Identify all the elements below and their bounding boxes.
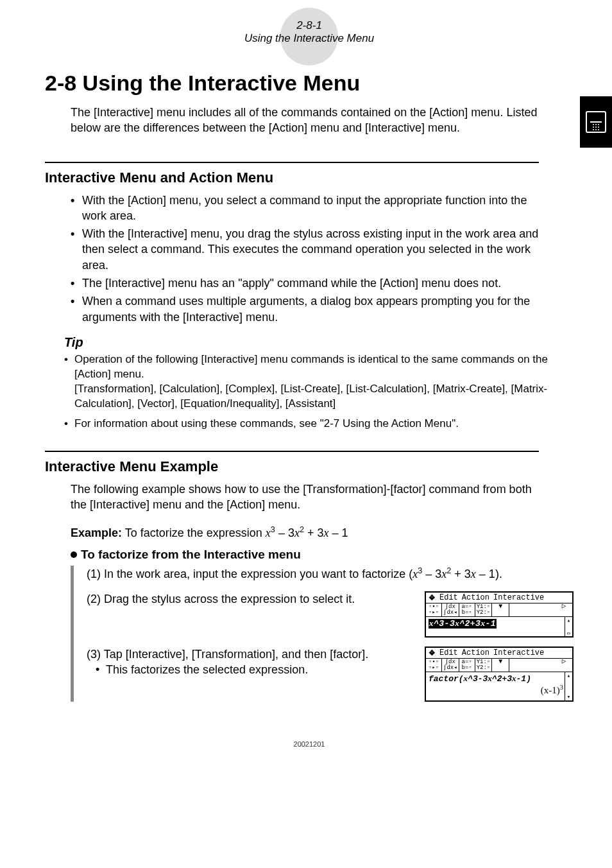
- section1-heading: Interactive Menu and Action Menu: [45, 169, 574, 186]
- menu-action: Action: [462, 648, 489, 657]
- divider: [45, 162, 539, 163]
- calculator-screenshot-2: ❖ Edit Action Interactive ▫▪▫▫▸▫ ∫dx∫dx◂…: [425, 647, 574, 702]
- tip-label: Tip: [64, 335, 574, 350]
- tip-item: For information about using these comman…: [64, 417, 558, 431]
- factor-expression: factor(x^3-3x^2+3x-1): [429, 673, 565, 684]
- tip-item: Operation of the following [Interactive]…: [64, 352, 558, 412]
- chevron-right-icon: ▷: [556, 603, 572, 616]
- calc-toolbar: ▫▪▫▫▸▫ ∫dx∫dx◂ a=▫b=▫ Y1:▫Y2:▫ ▼ ▷: [426, 603, 572, 617]
- menu-action: Action: [462, 593, 489, 602]
- menu-edit: Edit: [439, 593, 458, 602]
- page-title: 2-8 Using the Interactive Menu: [45, 71, 574, 96]
- header-page-ref: 2-8-1: [244, 19, 374, 32]
- intro-paragraph: The [Interactive] menu includes all of t…: [71, 105, 545, 136]
- calculator-screenshot-1: ❖ Edit Action Interactive ▫▪▫▫▸▫ ∫dx∫dx◂…: [425, 591, 574, 638]
- subhead: To factorize from the Interactive menu: [71, 548, 574, 562]
- bullet-item: The [Interactive] menu has an "apply" co…: [71, 275, 545, 291]
- bullet-item: With the [Interactive] menu, you drag th…: [71, 226, 545, 273]
- calc-toolbar: ▫▪▫▫▸▫ ∫dx∫dx◂ a=▫b=▫ Y1:▫Y2:▫ ▼ ▷: [426, 659, 572, 672]
- step-3-sub: This factorizes the selected expression.: [87, 662, 412, 677]
- divider: [45, 451, 539, 452]
- page-header: 2-8-1 Using the Interactive Menu: [45, 19, 574, 45]
- section1-bullets: With the [Action] menu, you select a com…: [71, 193, 545, 325]
- step-2: (2) Drag the stylus across the expressio…: [87, 591, 412, 607]
- bullet-icon: [71, 551, 77, 558]
- menu-interactive: Interactive: [493, 593, 544, 602]
- section2-heading: Interactive Menu Example: [45, 458, 574, 475]
- tip-list: Operation of the following [Interactive]…: [64, 352, 558, 431]
- selected-expression: x^3-3x^2+3x-1: [429, 619, 497, 629]
- bullet-item: When a command uses multiple arguments, …: [71, 293, 545, 325]
- factor-result: (x-1)3: [429, 684, 565, 696]
- menu-icon: ❖: [429, 648, 436, 657]
- section2-intro: The following example shows how to use t…: [71, 482, 545, 513]
- chevron-right-icon: ▷: [556, 659, 572, 672]
- bullet-item: With the [Action] menu, you select a com…: [71, 193, 545, 224]
- menu-edit: Edit: [439, 648, 458, 657]
- menu-icon: ❖: [429, 593, 436, 602]
- footer-date: 20021201: [45, 740, 574, 748]
- tip-sub: [Transformation], [Calculation], [Comple…: [74, 382, 558, 412]
- example-text: To factorize the expression: [125, 526, 266, 539]
- step-3: (3) Tap [Interactive], [Transformation],…: [87, 647, 412, 678]
- example-line: Example: To factorize the expression x3 …: [71, 525, 574, 540]
- chevron-down-icon: ▼: [492, 659, 509, 672]
- header-section-title: Using the Interactive Menu: [244, 32, 374, 45]
- step-1: (1) In the work area, input the expressi…: [87, 566, 574, 582]
- steps-container: (1) In the work area, input the expressi…: [71, 566, 574, 701]
- scrollbar: ▴▾: [565, 672, 572, 700]
- example-label: Example:: [71, 526, 122, 539]
- chevron-down-icon: ▼: [492, 603, 509, 616]
- calculator-icon: [586, 111, 606, 133]
- menu-interactive: Interactive: [493, 648, 544, 657]
- tip-text: Operation of the following [Interactive]…: [74, 353, 548, 380]
- scrollbar: ▴▭: [565, 617, 572, 636]
- side-tab-icon: [580, 96, 612, 148]
